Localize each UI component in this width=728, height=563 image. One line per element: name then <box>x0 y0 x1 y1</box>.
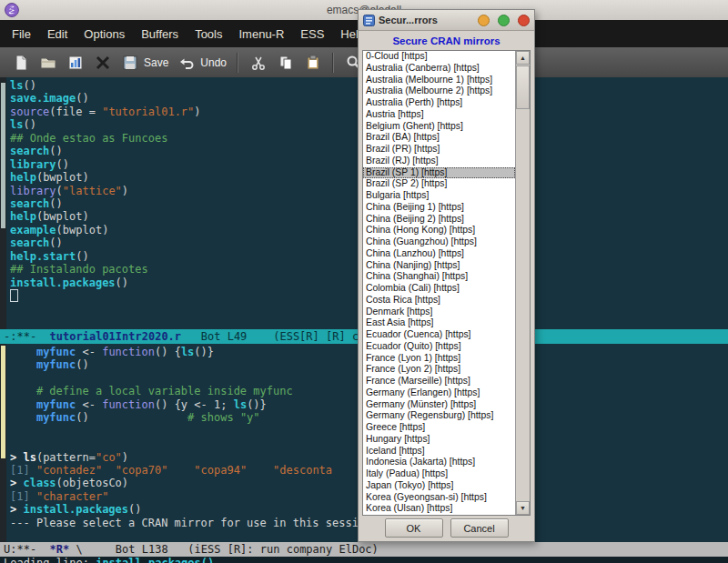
mirror-item[interactable]: Australia (Canberra) [https] <box>363 63 515 75</box>
mirror-item[interactable]: Germany (Münster) [https] <box>363 399 515 411</box>
maximize-icon[interactable] <box>498 15 510 26</box>
code-line: help(bwplot) <box>10 171 201 184</box>
code-line: > class(objetosCo) <box>10 477 398 489</box>
close-icon[interactable] <box>518 15 530 26</box>
dialog-heading: Secure CRAN mirrors <box>359 31 534 46</box>
menu-edit[interactable]: Edit <box>39 27 76 41</box>
echo-area: Loading line: install.packages() <box>0 557 728 563</box>
code-line: library() <box>10 158 201 171</box>
menu-buffers[interactable]: Buffers <box>133 27 187 41</box>
mirror-item[interactable]: Iceland [https] <box>363 446 515 457</box>
mirror-item[interactable]: Denmark [https] <box>363 307 515 318</box>
menu-options[interactable]: Options <box>76 27 133 41</box>
copy-button[interactable] <box>272 52 299 74</box>
mirror-item[interactable]: Japan (Tokyo) [https] <box>363 480 515 492</box>
mirror-item[interactable]: Korea (Ulsan) [https] <box>363 503 515 515</box>
menu-file[interactable]: File <box>4 27 39 41</box>
scroll-up-icon[interactable]: ▲ <box>516 51 530 65</box>
menu-tools[interactable]: Tools <box>187 27 230 41</box>
mirror-item[interactable]: China (Shanghai) [https] <box>363 271 515 283</box>
scrollbar-thumb[interactable] <box>1 83 5 229</box>
mirror-item[interactable]: Bulgaria [https] <box>363 190 515 202</box>
mirror-item[interactable]: Australia (Melbourne 1) [https] <box>363 75 515 86</box>
left-scrollbar[interactable] <box>0 77 6 329</box>
left-scrollbar[interactable] <box>0 344 6 542</box>
dialog-title: Secur...rrors <box>379 15 438 25</box>
dialog-icon <box>363 15 375 26</box>
dired-button[interactable] <box>62 52 89 74</box>
mirror-item[interactable]: Brazil (BA) [https] <box>363 132 515 144</box>
menu-ess[interactable]: ESS <box>292 27 332 41</box>
cancel-button[interactable]: Cancel <box>450 518 509 538</box>
dialog-titlebar[interactable]: Secur...rrors <box>359 10 534 31</box>
buffer-name: *R* <box>50 543 70 556</box>
copy-icon <box>277 54 295 72</box>
mirror-item[interactable]: China (Guangzhou) [https] <box>363 236 515 248</box>
emacs-logo-icon <box>5 3 19 17</box>
mirror-item[interactable]: China (Hong Kong) [https] <box>363 225 515 236</box>
mirror-item[interactable]: France (Lyon 1) [https] <box>363 353 515 365</box>
mirror-item[interactable]: 0-Cloud [https] <box>363 51 515 63</box>
code-line <box>10 289 201 302</box>
scrollbar-thumb[interactable] <box>1 346 5 458</box>
code-line: search() <box>10 197 201 210</box>
code-line: [1] "contadez" "copa70" "copa94" "descon… <box>10 464 398 477</box>
mirror-item[interactable]: Belgium (Ghent) [https] <box>363 121 515 133</box>
mirror-item[interactable]: Germany (Erlangen) [https] <box>363 387 515 399</box>
undo-button[interactable]: Undo <box>173 52 231 74</box>
scrollbar-thumb[interactable] <box>516 65 530 109</box>
code-line <box>10 425 398 437</box>
code-line: ls() <box>10 118 201 131</box>
code-line: ## Onde estao as Funcoes <box>10 132 201 145</box>
mirror-item[interactable]: Hungary [https] <box>363 434 515 446</box>
mirror-item[interactable]: France (Marseille) [https] <box>363 376 515 387</box>
mirror-item[interactable]: Greece [https] <box>363 422 515 434</box>
cut-button[interactable] <box>245 52 272 74</box>
new-file-button[interactable] <box>7 52 35 74</box>
mirror-item[interactable]: Ecuador (Cuenca) [https] <box>363 329 515 341</box>
mirror-item[interactable]: Korea (Gyeongsan-si) [https] <box>363 492 515 504</box>
paste-button[interactable] <box>299 52 327 74</box>
mirror-item[interactable]: Italy (Padua) [https] <box>363 468 515 480</box>
code-line: install.packages() <box>10 276 201 289</box>
console-buffer-text: myfunc <- function() {ls()} myfunc() # d… <box>10 346 398 529</box>
code-line: ls() <box>10 79 201 92</box>
mirror-item[interactable]: France (Lyon 2) [https] <box>363 364 515 376</box>
mirror-item[interactable]: Austria [https] <box>363 109 515 121</box>
mirror-item[interactable]: Brazil (SP 1) [https] <box>363 167 515 179</box>
code-line <box>10 437 398 450</box>
mirror-item[interactable]: Brazil (PR) [https] <box>363 144 515 156</box>
mirror-item[interactable]: China (Nanjing) [https] <box>363 260 515 272</box>
mirror-item[interactable]: Ecuador (Quito) [https] <box>363 341 515 353</box>
open-folder-button[interactable] <box>35 52 62 74</box>
menu-imenu-r[interactable]: Imenu-R <box>230 27 292 41</box>
mirror-item[interactable]: East Asia [https] <box>363 317 515 329</box>
paste-icon <box>304 54 322 72</box>
code-line: > ls(pattern="co") <box>10 451 398 464</box>
mirror-item[interactable]: China (Beijing 1) [https] <box>363 202 515 214</box>
mirror-item[interactable]: China (Beijing 2) [https] <box>363 214 515 226</box>
code-line: search() <box>10 145 201 157</box>
save-button[interactable]: Save <box>116 52 173 74</box>
mirror-item[interactable]: Costa Rica [https] <box>363 295 515 307</box>
minimize-icon[interactable] <box>478 15 490 26</box>
mirror-item[interactable]: Indonesia (Jakarta) [https] <box>363 457 515 468</box>
mirror-item[interactable]: Australia (Melbourne 2) [https] <box>363 85 515 97</box>
mirror-item[interactable]: Germany (Regensburg) [https] <box>363 410 515 422</box>
scroll-down-icon[interactable]: ▼ <box>516 501 530 515</box>
mirror-item[interactable]: Colombia (Cali) [https] <box>363 283 515 295</box>
mirror-item[interactable]: Brazil (RJ) [https] <box>363 156 515 167</box>
undo-label: Undo <box>200 56 227 69</box>
undo-icon <box>177 54 196 72</box>
buffer-name: tutorial01Intr2020.r <box>50 330 182 343</box>
code-line <box>10 372 398 385</box>
mirror-item[interactable]: Brazil (SP 2) [https] <box>363 178 515 190</box>
dialog-scrollbar[interactable]: ▲ ▼ <box>515 51 530 515</box>
kill-buffer-button[interactable] <box>89 52 116 74</box>
ok-button[interactable]: OK <box>385 518 443 538</box>
cran-mirror-dialog: Secur...rrors Secure CRAN mirrors 0-Clou… <box>358 9 535 542</box>
mirror-item[interactable]: Australia (Perth) [https] <box>363 97 515 109</box>
mirror-item[interactable]: China (Lanzhou) [https] <box>363 248 515 260</box>
code-line: ## Instalando pacotes <box>10 263 201 276</box>
code-line: library("lattice") <box>10 185 201 197</box>
